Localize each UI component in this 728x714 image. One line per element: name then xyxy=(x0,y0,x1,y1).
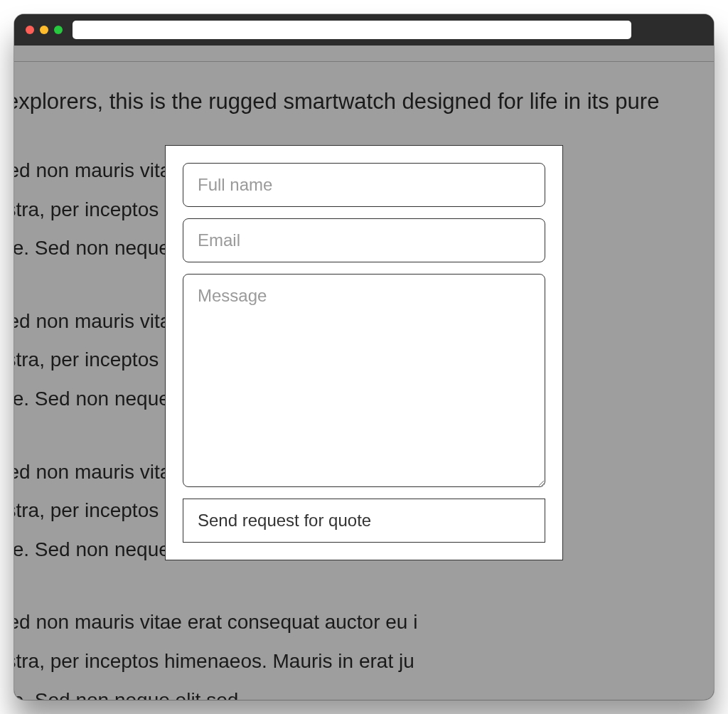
traffic-lights xyxy=(26,26,63,34)
window-titlebar xyxy=(14,14,714,46)
hero-text: tless explorers, this is the rugged smar… xyxy=(14,62,714,134)
paragraph-line: unt auctor a ornare odio. Sed non mauris… xyxy=(14,603,714,642)
maximize-window-button[interactable] xyxy=(54,26,63,34)
email-input[interactable] xyxy=(183,218,545,262)
body-paragraph: unt auctor a ornare odio. Sed non mauris… xyxy=(14,586,714,700)
minimize-window-button[interactable] xyxy=(40,26,48,34)
url-bar[interactable] xyxy=(73,21,631,39)
close-window-button[interactable] xyxy=(26,26,34,34)
paragraph-line: ndimentum sit amet a augue. Sed non nequ… xyxy=(14,681,714,700)
message-textarea[interactable] xyxy=(183,274,545,487)
send-request-button[interactable]: Send request for quote xyxy=(183,499,545,543)
fullname-input[interactable] xyxy=(183,163,545,207)
quote-request-modal: Send request for quote xyxy=(165,145,563,560)
browser-window: tless explorers, this is the rugged smar… xyxy=(14,14,714,700)
paragraph-line: ra torquent per conubia nostra, per ince… xyxy=(14,642,714,681)
browser-viewport: tless explorers, this is the rugged smar… xyxy=(14,46,714,700)
